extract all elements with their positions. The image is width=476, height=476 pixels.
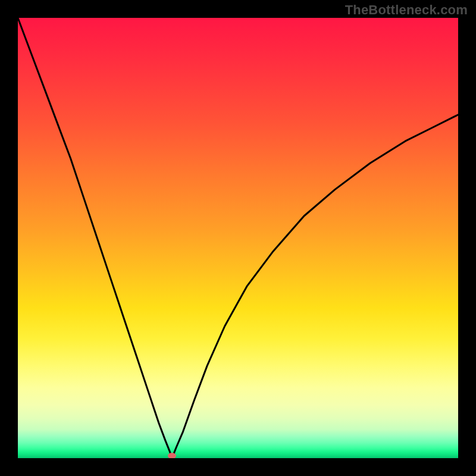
optimal-marker — [168, 453, 176, 458]
chart-frame: TheBottleneck.com — [0, 0, 476, 476]
watermark-text: TheBottleneck.com — [345, 2, 468, 18]
bottleneck-curve — [18, 18, 458, 458]
plot-area — [18, 18, 458, 458]
